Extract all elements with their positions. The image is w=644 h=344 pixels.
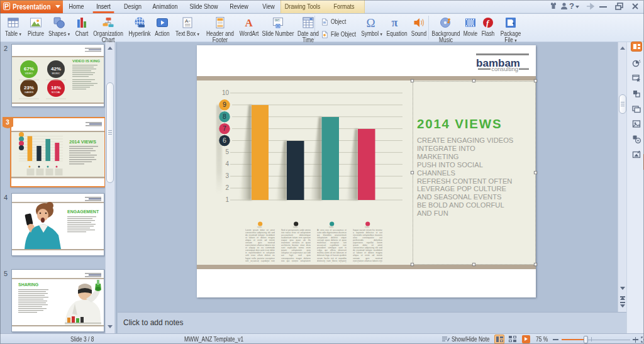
svg-text:A: A bbox=[185, 18, 189, 24]
svg-text:SOCIAL: SOCIAL bbox=[52, 91, 61, 94]
svg-text:VIDEO: VIDEO bbox=[25, 72, 33, 75]
svg-text:18%: 18% bbox=[51, 85, 61, 91]
svg-text:3: 3 bbox=[225, 172, 229, 179]
svg-text:GAMES: GAMES bbox=[25, 91, 34, 94]
svg-text:10: 10 bbox=[222, 89, 230, 96]
svg-text:A: A bbox=[245, 17, 253, 29]
svg-text:6: 6 bbox=[223, 136, 226, 144]
svg-text:8: 8 bbox=[223, 113, 226, 120]
svg-text:1: 1 bbox=[225, 196, 229, 203]
svg-text:67%: 67% bbox=[24, 66, 34, 72]
svg-text:5: 5 bbox=[225, 148, 229, 155]
svg-text:9: 9 bbox=[223, 101, 226, 108]
svg-text:ENGAGEMENT: ENGAGEMENT bbox=[67, 209, 99, 214]
svg-text:consulting: consulting bbox=[491, 65, 518, 72]
svg-text:23%: 23% bbox=[24, 85, 34, 91]
svg-text:4: 4 bbox=[225, 160, 229, 167]
svg-text:MUSIC: MUSIC bbox=[52, 72, 60, 75]
svg-text:VIDEO IS KING: VIDEO IS KING bbox=[72, 58, 100, 63]
svg-text:π: π bbox=[392, 16, 398, 29]
svg-text:SHARING: SHARING bbox=[18, 282, 39, 287]
svg-text:7: 7 bbox=[223, 125, 226, 132]
svg-text:2: 2 bbox=[225, 184, 229, 191]
svg-text:Ω: Ω bbox=[367, 16, 375, 29]
svg-text:2014 VIEWS: 2014 VIEWS bbox=[69, 139, 96, 145]
svg-text:42%: 42% bbox=[51, 66, 61, 72]
svg-text:3: 3 bbox=[6, 119, 9, 126]
